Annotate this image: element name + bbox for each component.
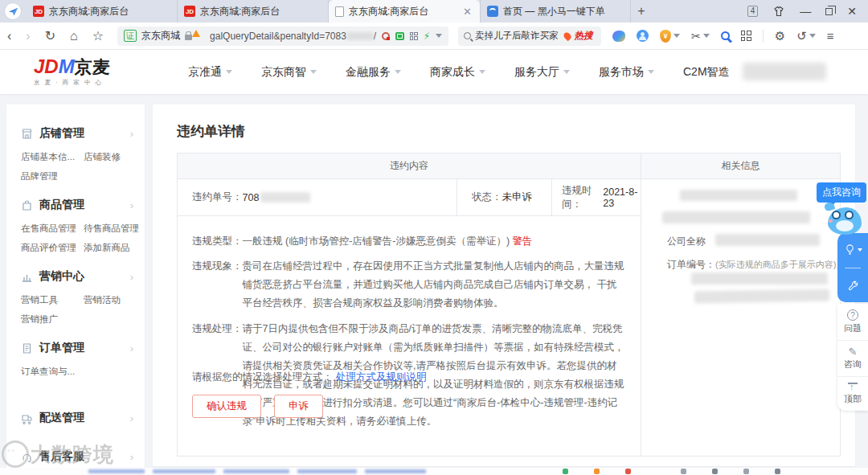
tab-jd-backend-active[interactable]: 京东商城:商家后台 ✕	[329, 0, 480, 23]
sidebar-group-marketing: 营销中心› 营销工具 营销活动 营销推广	[21, 268, 133, 326]
tab-close-icon[interactable]: ✕	[461, 6, 473, 18]
tab-title: 首页 — 黑小马一键下单	[503, 5, 624, 18]
redacted-block	[694, 289, 829, 304]
chevron-right-icon: ›	[130, 271, 133, 283]
redacted-block	[680, 190, 797, 201]
sidebar-link[interactable]: 在售商品管理	[21, 223, 84, 235]
speed-icon[interactable]: ⚡	[424, 31, 430, 42]
minimize-icon[interactable]: —	[800, 5, 811, 18]
advice-button[interactable]: ✎ 咨询	[837, 341, 868, 377]
sidebar-item-product-mgmt[interactable]: 商品管理›	[21, 197, 133, 213]
toolbar-extensions: ¥ ✂ ⚙ ↺ ≡	[612, 29, 834, 43]
sidebar-item-order-mgmt[interactable]: 订单管理›	[21, 340, 133, 356]
lightbulb-icon[interactable]	[844, 244, 862, 256]
search-box[interactable]: 卖掉儿子后敲诈买家 热搜	[458, 27, 601, 46]
pony-extension-icon[interactable]	[612, 31, 625, 42]
chevron-down-icon	[479, 70, 485, 74]
main-nav: 京准通 京东商智 金融服务 商家成长 服务大厅 服务市场 C2M智造	[188, 65, 730, 80]
wallet-shield-icon[interactable]: ¥	[660, 30, 680, 43]
sidebar-link[interactable]: 添加新商品	[84, 242, 139, 254]
settings-gear-icon[interactable]: ⚙	[775, 29, 785, 43]
redacted-block	[743, 469, 749, 474]
helper-panel: ? 问题 ✎ 咨询 顶部	[837, 304, 868, 411]
cert-badge: 证	[124, 30, 137, 42]
confirm-violation-button[interactable]: 确认违规	[192, 395, 261, 418]
tab-count-badge[interactable]: 4	[747, 6, 759, 17]
nav-jingzhuntong[interactable]: 京准通	[188, 65, 232, 80]
jdm-site-header: JDM京麦 京 麦 · 商 家 中 心 京准通 京东商智 金融服务 商家成长 服…	[0, 50, 868, 94]
sidebar-link[interactable]: 订单查询与...	[21, 366, 84, 378]
apps-grid-icon[interactable]	[741, 31, 751, 41]
nav-shangzhi[interactable]: 京东商智	[261, 65, 317, 80]
close-window-icon[interactable]: ✕	[847, 5, 857, 18]
column-header-violation-content: 违约内容	[178, 154, 641, 178]
forward-icon[interactable]: ›	[26, 30, 30, 43]
sidebar-item-shop-mgmt[interactable]: 店铺管理›	[21, 125, 133, 141]
sidebar-link[interactable]: 营销工具	[21, 294, 84, 306]
new-tab-button[interactable]: +	[631, 0, 652, 23]
consult-me-bubble[interactable]: 点我咨询	[817, 182, 866, 203]
nav-service-hall[interactable]: 服务大厅	[514, 65, 570, 80]
divider	[763, 30, 764, 43]
violation-table: 违约内容 相关信息 违约单号： 708 状态： 未申诉	[177, 153, 841, 457]
jdm-logo[interactable]: JDM京麦 京 麦 · 商 家 中 心	[34, 57, 138, 87]
chevron-down-icon	[310, 70, 317, 74]
assistant-extension-icon[interactable]	[637, 30, 649, 42]
sidebar-link[interactable]: 营销活动	[84, 294, 133, 306]
refresh-icon[interactable]: ↻	[45, 30, 55, 43]
sidebar-item-marketing-center[interactable]: 营销中心›	[21, 268, 133, 285]
back-icon[interactable]: ‹	[7, 30, 11, 43]
redacted-block	[365, 469, 426, 473]
find-icon[interactable]	[721, 31, 730, 40]
sidebar-link[interactable]: 商品评价管理	[21, 242, 84, 254]
restore-icon[interactable]	[825, 8, 833, 15]
redacted-block	[260, 192, 310, 203]
sidebar-link[interactable]: 店铺基本信...	[21, 151, 84, 163]
sidebar-link[interactable]: 品牌管理	[21, 170, 84, 182]
address-bar[interactable]: 证 京东商城 galQueryDetail&penaltyId=7083/ ⚡	[117, 27, 448, 46]
user-info-redacted[interactable]	[743, 63, 826, 80]
redacted-block	[715, 234, 820, 246]
lock-icon	[185, 35, 192, 40]
question-button[interactable]: ? 问题	[837, 304, 868, 341]
history-undo-icon[interactable]: ↺	[796, 29, 816, 43]
field-status: 状态： 未申诉	[457, 179, 552, 215]
redacted-block	[153, 469, 215, 473]
tab-jd-backend-2[interactable]: JD 京东商城:商家后台	[178, 0, 329, 23]
sidebar-group-product: 商品管理› 在售商品管理 待售商品管理 商品评价管理 添加新商品	[21, 197, 133, 254]
nav-finance[interactable]: 金融服务	[346, 65, 401, 80]
nav-service-market[interactable]: 服务市场	[599, 65, 654, 80]
browser-logo-icon[interactable]	[4, 2, 22, 20]
redacted-block	[681, 469, 686, 474]
chevron-down-icon[interactable]	[436, 34, 442, 38]
nav-growth[interactable]: 商家成长	[430, 65, 485, 80]
bookmark-star-icon[interactable]: ☆	[92, 30, 104, 43]
appeal-button[interactable]: 申诉	[274, 395, 323, 418]
sidebar-link[interactable]: 待售商品管理	[84, 223, 139, 235]
dolphin-mascot[interactable]	[826, 203, 863, 236]
sidebar-item-aftersale-service[interactable]: 售后客服›	[21, 448, 133, 465]
order-number-note: (实际违规的商品多于展示内容)	[715, 260, 836, 269]
field-violation-time: 违规时间： 2021-8-23	[552, 179, 641, 215]
sidebar-item-delivery-mgmt[interactable]: 配送管理›	[21, 410, 133, 426]
chevron-down-icon	[395, 70, 401, 74]
reader-icon[interactable]	[382, 32, 390, 40]
logo-subtitle: 京 麦 · 商 家 中 心	[34, 79, 138, 87]
hot-tag: 热搜	[575, 30, 593, 42]
nav-c2m[interactable]: C2M智造	[683, 65, 730, 80]
sidebar-link[interactable]: 营销推广	[21, 313, 84, 326]
tab-heixiaoma[interactable]: 首页 — 黑小马一键下单	[480, 0, 631, 23]
wrench-icon[interactable]	[847, 280, 859, 292]
home-icon[interactable]: ⌂	[70, 30, 78, 43]
qr-icon[interactable]	[410, 32, 418, 40]
tab-jd-backend-1[interactable]: JD 京东商城:商家后台	[27, 0, 178, 23]
menu-icon[interactable]: ≡	[827, 29, 834, 43]
window-controls: 4 — ✕	[747, 0, 868, 23]
rules-link[interactable]: 处理方式及规则说明	[336, 371, 427, 384]
clip-tool-icon[interactable]: ✂	[691, 30, 710, 43]
sidebar-link[interactable]: 店铺装修	[84, 151, 133, 163]
back-to-top-button[interactable]: 顶部	[837, 377, 868, 411]
skin-icon[interactable]	[772, 6, 785, 17]
screen: JD 京东商城:商家后台 JD 京东商城:商家后台 京东商城:商家后台 ✕ 首页…	[0, 0, 868, 475]
screenshot-icon[interactable]	[395, 32, 404, 40]
